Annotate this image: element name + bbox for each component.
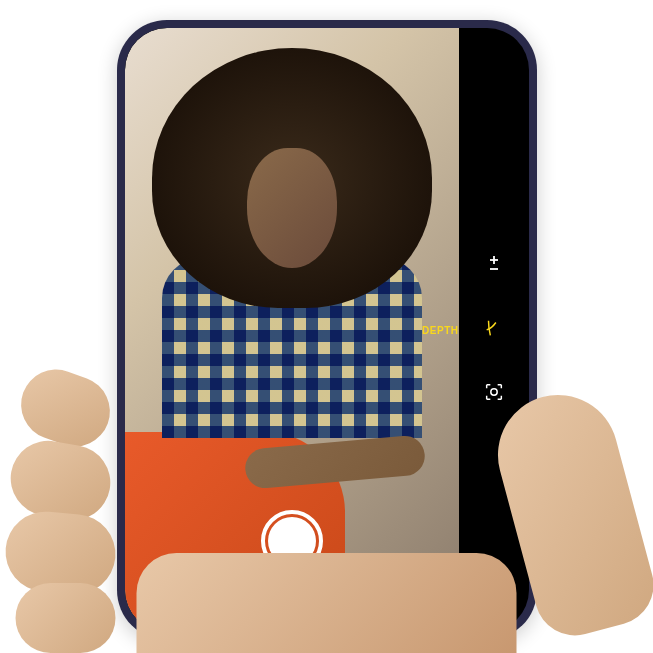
finger — [15, 583, 115, 653]
svg-point-3 — [490, 389, 496, 395]
depth-label: DEPTH — [422, 325, 458, 336]
plus-minus-icon — [484, 254, 504, 278]
subject-face — [247, 148, 337, 268]
shutter-inner — [268, 517, 316, 565]
aperture-icon — [483, 317, 505, 343]
finger — [2, 508, 119, 597]
exposure-button[interactable] — [477, 249, 511, 283]
shutter-button[interactable] — [261, 510, 323, 572]
aperture-button[interactable] — [477, 313, 511, 347]
finger — [4, 435, 116, 526]
lighting-button[interactable] — [477, 377, 511, 411]
finger — [11, 360, 120, 457]
phone-frame: DEPTH — [117, 20, 537, 640]
home-indicator[interactable] — [267, 618, 387, 622]
camera-side-controls: DEPTH — [459, 28, 529, 632]
portrait-lighting-icon — [483, 381, 505, 407]
camera-screen: DEPTH — [125, 28, 529, 632]
